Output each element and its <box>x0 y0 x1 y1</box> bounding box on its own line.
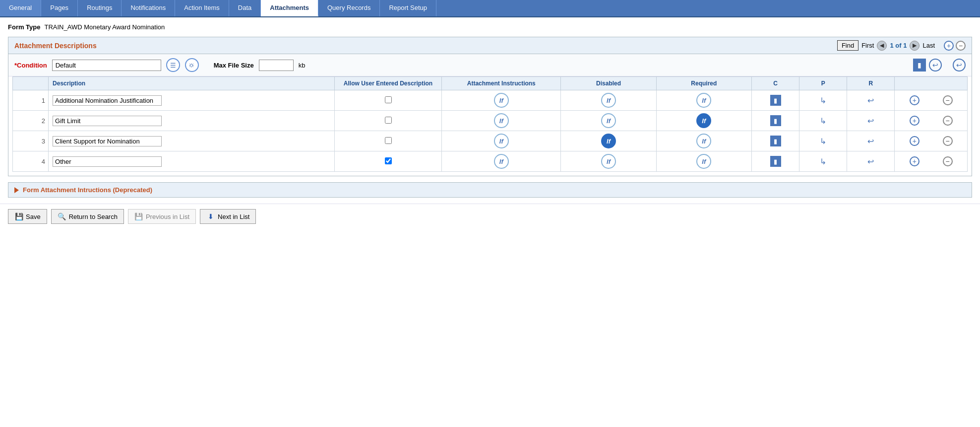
required-if-button[interactable]: If <box>696 113 711 128</box>
form-type-label: Form Type <box>8 23 41 31</box>
return-label: Return to Search <box>69 213 118 220</box>
instructions-if-button[interactable]: If <box>494 134 509 148</box>
description-input[interactable] <box>53 156 162 167</box>
return-icon: 🔍 <box>58 212 66 221</box>
row-add-button[interactable]: + <box>910 95 919 105</box>
tab-action-items[interactable]: Action Items <box>175 0 229 16</box>
row-remove-button[interactable]: − <box>943 95 953 105</box>
condition-list-icon[interactable]: ☰ <box>166 58 180 72</box>
deprecated-section[interactable]: Form Attachment Intructions (Deprecated) <box>8 182 972 198</box>
row-remove-button[interactable]: − <box>943 136 953 146</box>
section-collapse-icon <box>14 187 19 193</box>
row-number: 4 <box>13 151 49 172</box>
row-c-cell: ▮ <box>751 131 799 151</box>
remove-record-button[interactable]: − <box>956 41 966 51</box>
row-remove-button[interactable]: − <box>943 156 953 166</box>
condition-settings-icon[interactable]: ⛭ <box>185 58 199 72</box>
tab-query-records[interactable]: Query Records <box>318 0 380 16</box>
nav-prev-button[interactable]: ◀ <box>877 41 887 51</box>
row-number: 3 <box>13 131 49 151</box>
condition-row: *Condition ☰ ⛭ Max File Size kb ▮ ↩ ↩ <box>8 54 972 76</box>
col-num <box>13 77 49 90</box>
tab-notifications[interactable]: Notifications <box>122 0 175 16</box>
nav-last: Last <box>922 42 935 49</box>
required-if-button[interactable]: If <box>696 154 711 169</box>
allow-user-checkbox[interactable] <box>385 96 392 103</box>
r-undo-icon[interactable]: ↩ <box>866 136 876 146</box>
tab-report-setup[interactable]: Report Setup <box>380 0 436 16</box>
tab-attachments[interactable]: Attachments <box>261 0 318 16</box>
row-allow-user-cell <box>334 131 441 151</box>
col-r: R <box>847 77 895 90</box>
p-arrow-icon[interactable]: ↳ <box>818 116 828 126</box>
disabled-if-button[interactable]: If <box>601 134 616 148</box>
row-p-cell: ↳ <box>799 151 847 172</box>
instructions-if-button[interactable]: If <box>494 93 509 108</box>
row-required-cell: If <box>656 111 751 131</box>
r-undo-icon[interactable]: ↩ <box>866 116 876 126</box>
p-arrow-icon[interactable]: ↳ <box>818 156 828 166</box>
col-disabled: Disabled <box>561 77 656 90</box>
required-if-button[interactable]: If <box>696 93 711 108</box>
next-icon: ⬇ <box>206 212 215 221</box>
row-add-button[interactable]: + <box>910 136 919 146</box>
description-input[interactable] <box>53 116 162 126</box>
row-allow-user-cell <box>334 151 441 172</box>
tab-data[interactable]: Data <box>229 0 261 16</box>
add-record-button[interactable]: + <box>944 41 954 51</box>
allow-user-checkbox[interactable] <box>385 157 392 164</box>
row-remove-button[interactable]: − <box>943 116 953 126</box>
undo2-icon[interactable]: ↩ <box>953 59 966 71</box>
row-add-button[interactable]: + <box>910 116 919 126</box>
tab-routings[interactable]: Routings <box>78 0 122 16</box>
return-to-search-button[interactable]: 🔍 Return to Search <box>51 209 124 224</box>
row-allow-user-cell <box>334 111 441 131</box>
instructions-if-button[interactable]: If <box>494 154 509 169</box>
next-label: Next in List <box>218 213 249 220</box>
undo-icon[interactable]: ↩ <box>929 59 942 71</box>
find-button[interactable]: Find <box>837 40 858 51</box>
row-add-button[interactable]: + <box>910 156 919 166</box>
bottom-bar: 💾 Save 🔍 Return to Search 💾 Previous in … <box>0 204 980 229</box>
condition-input[interactable] <box>52 60 161 71</box>
tab-pages[interactable]: Pages <box>41 0 78 16</box>
required-if-button[interactable]: If <box>696 134 711 148</box>
allow-user-checkbox[interactable] <box>385 117 392 124</box>
content-area: Form Type TRAIN_AWD Monetary Award Nomin… <box>0 17 980 204</box>
row-p-cell: ↳ <box>799 111 847 131</box>
maxfile-input[interactable] <box>259 60 294 71</box>
c-copy-icon[interactable]: ▮ <box>770 136 781 146</box>
instructions-if-button[interactable]: If <box>494 113 509 128</box>
disabled-if-button[interactable]: If <box>601 93 616 108</box>
description-input[interactable] <box>53 95 162 106</box>
col-description: Description <box>49 77 335 90</box>
next-in-list-button[interactable]: ⬇ Next in List <box>200 209 256 224</box>
p-arrow-icon[interactable]: ↳ <box>818 136 828 146</box>
row-r-cell: ↩ <box>847 111 895 131</box>
disabled-if-button[interactable]: If <box>601 154 616 169</box>
col-c: C <box>751 77 799 90</box>
r-undo-icon[interactable]: ↩ <box>866 156 876 166</box>
table-container: Description Allow User Entered Descripti… <box>8 76 972 176</box>
form-type-row: Form Type TRAIN_AWD Monetary Award Nomin… <box>8 23 972 31</box>
p-arrow-icon[interactable]: ↳ <box>818 95 828 105</box>
row-r-cell: ↩ <box>847 131 895 151</box>
previous-in-list-button[interactable]: 💾 Previous in List <box>128 209 196 224</box>
nav-next-button[interactable]: ▶ <box>910 41 919 51</box>
copy-icon[interactable]: ▮ <box>913 59 926 71</box>
disabled-if-button[interactable]: If <box>601 113 616 128</box>
c-copy-icon[interactable]: ▮ <box>770 156 781 167</box>
tab-general[interactable]: General <box>0 0 41 16</box>
condition-label: *Condition <box>14 62 47 69</box>
c-copy-icon[interactable]: ▮ <box>770 95 781 106</box>
allow-user-checkbox[interactable] <box>385 137 392 144</box>
table-row: 3IfIfIf▮↳↩+− <box>13 131 968 151</box>
col-instructions: Attachment Instructions <box>442 77 561 90</box>
row-addremove-cell: +− <box>895 111 968 131</box>
r-undo-icon[interactable]: ↩ <box>866 95 876 105</box>
save-button[interactable]: 💾 Save <box>8 209 47 224</box>
c-copy-icon[interactable]: ▮ <box>770 115 781 126</box>
description-input[interactable] <box>53 136 162 146</box>
save-icon: 💾 <box>14 212 23 221</box>
table-row: 2IfIfIf▮↳↩+− <box>13 111 968 131</box>
